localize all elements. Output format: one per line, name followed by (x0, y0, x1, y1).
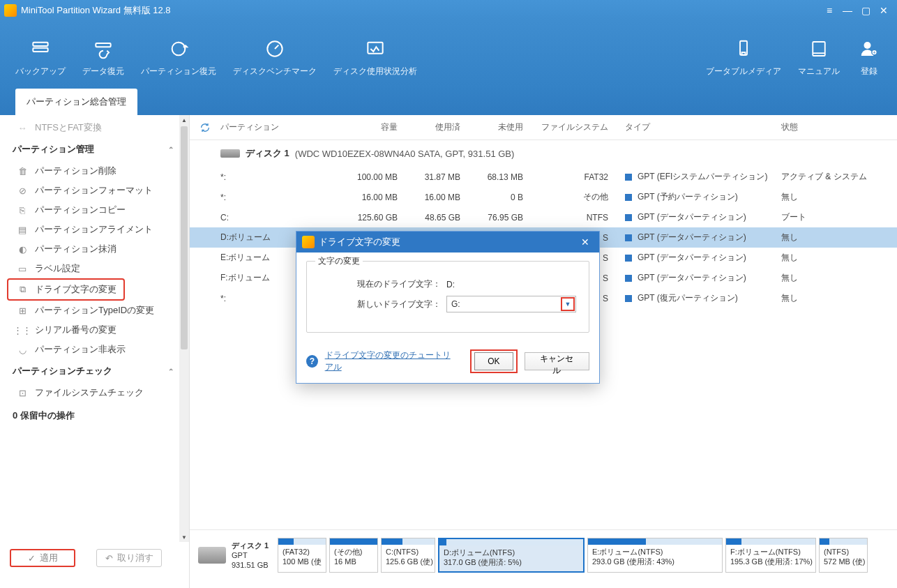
sidebar-scrollbar[interactable]: ▲ ▼ (179, 115, 189, 542)
disk-map-partition[interactable]: E:ボリューム(NTFS)293.0 GB (使用済: 43%) (587, 538, 723, 573)
disk-map-name: ディスク 1 (232, 541, 269, 550)
scroll-down-arrow[interactable]: ▼ (179, 532, 189, 542)
toolbar-usage[interactable]: ディスク使用状況分析 (325, 32, 425, 82)
table-header: パーティション 容量 使用済 未使用 ファイルシステム タイプ 状態 (190, 115, 897, 140)
col-used[interactable]: 使用済 (409, 121, 472, 133)
toolbar-bootable[interactable]: ブータブルメディア (698, 32, 790, 82)
cell-type: GPT (データパーティション) (625, 232, 781, 243)
col-status[interactable]: 状態 (781, 121, 897, 133)
dialog-title: ドライブ文字の変更 (319, 236, 400, 248)
cell-partition: C: (220, 213, 339, 223)
scroll-thumb[interactable] (181, 126, 188, 349)
chevron-up-icon: ⌃ (168, 368, 174, 375)
toolbar-manual[interactable]: マニュアル (790, 32, 848, 82)
sidebar-item-format[interactable]: ⊘パーティションフォーマット (7, 181, 176, 200)
cell-free: 68.13 MB (472, 172, 534, 182)
sidebar-item-hide[interactable]: ◡パーティション非表示 (7, 340, 176, 359)
convert-icon: ↔ (17, 122, 28, 133)
toolbar-data-recovery[interactable]: データ復元 (74, 32, 133, 82)
sidebar-item-fs-check[interactable]: ⊡ファイルシステムチェック (7, 383, 176, 402)
cell-used: 16.00 MB (409, 193, 472, 202)
disk-header[interactable]: ディスク 1 (WDC WD10EZEX-08WN4A0 SATA, GPT, … (190, 140, 897, 167)
toolbar-benchmark[interactable]: ディスクベンチマーク (225, 32, 325, 82)
disk-map-size: 931.51 GB (232, 560, 269, 570)
minimize-button[interactable]: — (838, 1, 857, 20)
table-row[interactable]: *:16.00 MB16.00 MB0 Bその他GPT (予約パーティション)無… (190, 187, 897, 207)
sidebar-item-truncated[interactable]: ↔ NTFSとFAT変換 (7, 118, 176, 137)
dialog-titlebar[interactable]: ドライブ文字の変更 ✕ (296, 232, 599, 252)
sidebar-item-label[interactable]: ▭ラベル設定 (7, 259, 176, 278)
align-icon: ▤ (17, 224, 28, 235)
help-link[interactable]: ドライブ文字の変更のチュートリアル (325, 349, 457, 373)
toolbar-partition-recovery[interactable]: パーティション復元 (133, 32, 225, 82)
table-row[interactable]: C:125.60 GB48.65 GB76.95 GBNTFSGPT (データパ… (190, 207, 897, 227)
drive-letter-icon: ⧉ (17, 284, 28, 295)
cell-fs: NTFS (534, 213, 625, 223)
sidebar-item-change-letter[interactable]: ⧉ドライブ文字の変更 (7, 278, 125, 301)
sidebar-footer: ✓適用 ↶取り消す (0, 542, 189, 588)
format-icon: ⊘ (17, 185, 28, 196)
disk-map-partition[interactable]: (その他)16 MB (329, 538, 378, 573)
sidebar-item-typeid[interactable]: ⊞パーティションTypeIDの変更 (7, 301, 176, 320)
trash-icon: 🗑 (17, 165, 28, 176)
sidebar-item-copy[interactable]: ⎘パーティションコピー (7, 200, 176, 220)
disk-map: ディスク 1 GPT 931.51 GB (FAT32)100 MB (使(その… (190, 529, 897, 588)
close-button[interactable]: ✕ (875, 1, 893, 20)
new-letter-combobox[interactable]: G: ▼ (446, 296, 576, 312)
cell-free: 76.95 GB (472, 213, 534, 223)
col-fs[interactable]: ファイルシステム (534, 121, 625, 133)
register-icon: + (857, 36, 882, 61)
cancel-button[interactable]: キャンセル (525, 352, 589, 370)
disk-map-partition[interactable]: F:ボリューム(NTFS)195.3 GB (使用済: 17%) (725, 538, 816, 573)
disk-map-partition[interactable]: (FAT32)100 MB (使 (278, 538, 326, 573)
sidebar-section-check[interactable]: パーティションチェック ⌃ (7, 359, 189, 383)
table-row[interactable]: *:100.00 MB31.87 MB68.13 MBFAT32GPT (EFI… (190, 167, 897, 187)
ok-button[interactable]: OK (474, 352, 513, 370)
bootable-icon (731, 36, 756, 61)
disk-map-disk[interactable]: ディスク 1 GPT 931.51 GB (198, 541, 273, 570)
toolbar-backup[interactable]: バックアップ (7, 32, 74, 82)
dialog-close-button[interactable]: ✕ (577, 234, 594, 250)
sidebar-item-wipe[interactable]: ◐パーティション抹消 (7, 239, 176, 259)
svg-rect-2 (96, 43, 110, 47)
col-capacity[interactable]: 容量 (339, 121, 409, 133)
tab-partition-management[interactable]: パーティション総合管理 (15, 89, 137, 115)
cell-status: 無し (781, 292, 897, 304)
sidebar-item-align[interactable]: ▤パーティションアライメント (7, 220, 176, 239)
col-type[interactable]: タイプ (625, 121, 781, 133)
scroll-up-arrow[interactable]: ▲ (179, 115, 189, 125)
sidebar-section-management[interactable]: パーティション管理 ⌃ (7, 137, 189, 161)
apply-button[interactable]: ✓適用 (10, 549, 75, 567)
chevron-down-icon[interactable]: ▼ (561, 297, 575, 311)
toolbar-register[interactable]: + 登録 (848, 32, 890, 82)
sidebar-item-delete[interactable]: 🗑パーティション削除 (7, 161, 176, 181)
refresh-icon[interactable] (199, 122, 213, 133)
cell-type: GPT (EFIシステムパーティション) (625, 171, 781, 183)
app-icon (4, 4, 17, 17)
current-letter-label: 現在のドライブ文字： (317, 278, 446, 290)
disk-map-partition[interactable]: (NTFS)572 MB (使) (819, 538, 868, 573)
svg-text:+: + (873, 50, 876, 56)
check-icon: ✓ (28, 553, 36, 564)
cell-used: 48.65 GB (409, 213, 472, 223)
current-letter-value: D: (446, 280, 455, 289)
col-partition[interactable]: パーティション (220, 121, 339, 133)
disk-map-partition[interactable]: D:ボリューム(NTFS)317.0 GB (使用済: 5%) (438, 538, 585, 573)
toolbar-right: ブータブルメディア マニュアル + 登録 (698, 32, 890, 82)
svg-rect-7 (742, 52, 746, 55)
menu-button[interactable]: ≡ (820, 1, 838, 20)
maximize-button[interactable]: ▢ (857, 1, 875, 20)
col-free[interactable]: 未使用 (472, 121, 534, 133)
check-icon: ⊡ (17, 387, 28, 398)
fieldset-legend: 文字の変更 (315, 255, 363, 267)
app-icon (302, 236, 315, 248)
typeid-icon: ⊞ (17, 305, 28, 316)
new-letter-label: 新しいドライブ文字： (317, 299, 446, 310)
undo-button[interactable]: ↶取り消す (96, 549, 162, 567)
cell-capacity: 100.00 MB (339, 172, 409, 182)
help-icon[interactable]: ? (306, 355, 318, 368)
sidebar-item-serial[interactable]: ⋮⋮シリアル番号の変更 (7, 320, 176, 340)
cell-capacity: 16.00 MB (339, 193, 409, 202)
disk-map-partition[interactable]: C:(NTFS)125.6 GB (使) (381, 538, 435, 573)
toolbar-left: バックアップ データ復元 パーティション復元 ディスクベンチマーク ディスク使用… (7, 32, 425, 82)
